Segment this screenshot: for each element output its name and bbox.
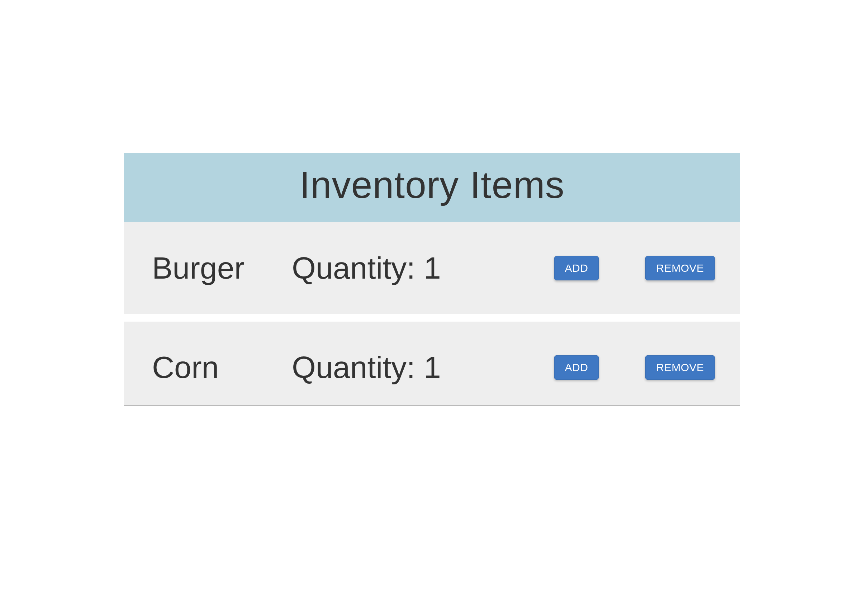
inventory-panel-container: Inventory Items Burger Quantity: 1 ADD R…: [124, 153, 740, 405]
inventory-panel: Inventory Items Burger Quantity: 1 ADD R…: [124, 153, 740, 405]
remove-button[interactable]: REMOVE: [645, 355, 715, 380]
inventory-item-row: Burger Quantity: 1 ADD REMOVE: [124, 222, 740, 322]
panel-title: Inventory Items: [124, 163, 740, 206]
item-name: Corn: [152, 350, 292, 385]
add-button[interactable]: ADD: [554, 355, 599, 380]
inventory-item-row: Corn Quantity: 1 ADD REMOVE: [124, 322, 740, 405]
add-button[interactable]: ADD: [554, 256, 599, 280]
item-quantity: Quantity: 1: [292, 250, 554, 286]
remove-button[interactable]: REMOVE: [645, 256, 715, 280]
item-quantity: Quantity: 1: [292, 350, 554, 385]
item-name: Burger: [152, 250, 292, 286]
panel-header: Inventory Items: [124, 153, 740, 222]
